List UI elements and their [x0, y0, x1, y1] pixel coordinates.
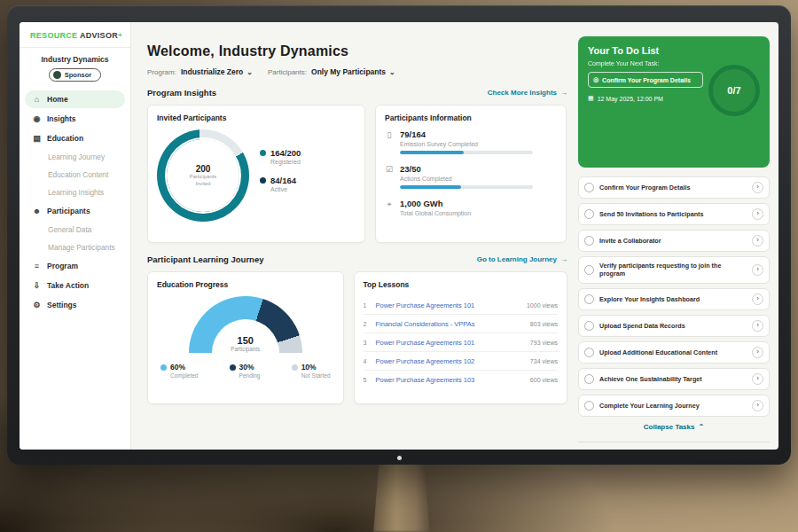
card-title: Education Progress	[157, 280, 334, 289]
sponsor-badge[interactable]: Sponsor	[49, 68, 101, 82]
lesson-rank: 2	[364, 321, 371, 327]
gauge-center-label: Participants	[189, 346, 302, 353]
divider	[578, 442, 770, 442]
app-logo: RESOURCE ADVISOR+	[20, 22, 130, 48]
checkbox-icon[interactable]	[584, 265, 594, 275]
sidebar-item-program[interactable]: ≡Program	[25, 257, 125, 275]
lesson-views: 600 views	[530, 377, 558, 383]
sidebar-item-settings[interactable]: ⚙Settings	[25, 296, 125, 314]
card-title: Participants Information	[385, 113, 557, 122]
people-icon: ☻	[32, 207, 42, 215]
lesson-link[interactable]: Financial Considerations - VPPAs	[376, 320, 525, 328]
program-select-value: Industrialize Zero	[181, 67, 243, 76]
task-label: Send 50 Invitations to Participants	[599, 210, 747, 218]
program-select[interactable]: Industrialize Zero ⌄	[181, 67, 253, 76]
lesson-link[interactable]: Power Purchase Agreements 101	[376, 301, 521, 309]
sponsor-label: Sponsor	[65, 71, 91, 79]
checkbox-icon[interactable]	[584, 348, 594, 357]
checkbox-icon[interactable]	[584, 374, 594, 384]
go-to-learning-journey-link[interactable]: Go to Learning Journey →	[477, 255, 567, 263]
chevron-up-icon: ⌃	[698, 423, 704, 431]
link-label: Go to Learning Journey	[477, 255, 557, 263]
checkbox-icon[interactable]	[584, 321, 594, 331]
todo-panel: Your To Do List Complete Your Next Task:…	[578, 22, 770, 450]
task-row[interactable]: Complete Your Learning Journey›	[578, 395, 770, 417]
stat-label: Emission Survey Completed	[400, 141, 533, 147]
page-title: Welcome, Industry Dynamics	[147, 43, 567, 59]
donut-center-value: 200	[196, 164, 211, 174]
checkbox-icon[interactable]	[584, 236, 594, 246]
participants-select[interactable]: Only My Participants ⌄	[311, 67, 395, 76]
lesson-views: 1000 views	[527, 302, 558, 309]
sidebar-item-general-data[interactable]: General Data	[25, 222, 125, 238]
checkbox-icon[interactable]	[584, 401, 594, 411]
legend-label: Active	[270, 186, 296, 192]
collapse-tasks-button[interactable]: Collapse Tasks ⌃	[638, 422, 709, 432]
home-icon: ⌂	[32, 95, 42, 104]
task-label: Invite a Collaborator	[599, 237, 747, 245]
chevron-right-icon[interactable]: ›	[752, 320, 763, 332]
lesson-row: 5 Power Purchase Agreements 103 600 view…	[364, 371, 558, 388]
task-row[interactable]: Send 50 Invitations to Participants›	[578, 203, 770, 225]
program-filter-label: Program:	[147, 68, 176, 76]
task-row[interactable]: Invite a Collaborator›	[578, 230, 770, 252]
chevron-right-icon[interactable]: ›	[752, 208, 763, 220]
checkbox-icon[interactable]	[584, 209, 594, 219]
legend-item-completed: 60% Completed	[160, 363, 198, 379]
lesson-link[interactable]: Power Purchase Agreements 103	[376, 376, 525, 384]
sidebar-item-learning-insights[interactable]: Learning Insights	[25, 184, 125, 200]
task-row[interactable]: Confirm Your Program Details›	[578, 176, 770, 199]
legend-item-pending: 30% Pending	[230, 363, 261, 379]
sidebar-item-take-action[interactable]: ⇩Take Action	[25, 277, 125, 294]
chevron-right-icon[interactable]: ›	[752, 347, 763, 358]
invited-donut-center: 200 Participants Invited	[167, 139, 239, 212]
legend-dot	[260, 177, 266, 184]
chevron-right-icon[interactable]: ›	[752, 373, 763, 385]
list-icon: ≡	[32, 262, 42, 270]
chevron-right-icon[interactable]: ›	[752, 400, 763, 411]
stat-value: 1,000 GWh	[400, 199, 471, 208]
progress-fill	[400, 185, 461, 189]
lesson-link[interactable]: Power Purchase Agreements 102	[376, 357, 525, 365]
arrow-right-icon: →	[560, 255, 567, 263]
stat-value: 23/50	[400, 164, 533, 174]
participants-select-value: Only My Participants	[311, 67, 386, 76]
task-row[interactable]: Upload Spend Data Records›	[578, 315, 770, 337]
task-row[interactable]: Achieve One Sustainability Target›	[578, 368, 770, 390]
chevron-right-icon[interactable]: ›	[752, 293, 763, 305]
task-row[interactable]: Upload Additional Educational Content›	[578, 341, 770, 364]
lesson-row: 3 Power Purchase Agreements 101 793 view…	[364, 333, 558, 352]
education-gauge-wrap: 150 Participants	[189, 296, 302, 353]
logo-text-advisor: ADVISOR	[80, 31, 118, 40]
lesson-link[interactable]: Power Purchase Agreements 101	[376, 339, 525, 347]
task-row[interactable]: Verify participants requesting to join t…	[578, 256, 770, 284]
sidebar-item-learning-journey[interactable]: Learning Journey	[25, 149, 125, 165]
card-title: Invited Participants	[157, 113, 356, 122]
sidebar-item-participants[interactable]: ☻Participants	[25, 202, 125, 220]
gauge-center: 150 Participants	[189, 335, 302, 353]
sidebar-item-manage-participants[interactable]: Manage Participants	[25, 239, 125, 255]
task-label: Verify participants requesting to join t…	[599, 262, 747, 278]
check-more-insights-link[interactable]: Check More Insights →	[488, 89, 567, 97]
lesson-row: 2 Financial Considerations - VPPAs 803 v…	[364, 315, 558, 333]
collapse-label: Collapse Tasks	[644, 423, 695, 431]
sidebar-item-education[interactable]: ▤Education	[25, 129, 125, 147]
lesson-rank: 1	[364, 302, 371, 309]
task-label: Complete Your Learning Journey	[599, 402, 747, 410]
todo-next-task-label: Confirm Your Program Details	[602, 77, 691, 83]
checkbox-icon[interactable]	[584, 294, 594, 304]
main-content: Welcome, Industry Dynamics Program: Indu…	[131, 22, 578, 450]
chevron-right-icon[interactable]: ›	[752, 264, 763, 276]
sidebar-item-insights[interactable]: ◉Insights	[25, 110, 125, 128]
chevron-right-icon[interactable]: ›	[752, 182, 763, 193]
chevron-down-icon: ⌄	[389, 68, 395, 76]
checkbox-icon[interactable]	[584, 183, 594, 192]
sidebar-item-education-content[interactable]: Education Content	[25, 167, 125, 183]
chevron-right-icon[interactable]: ›	[752, 235, 763, 246]
monitor: RESOURCE ADVISOR+ Industry Dynamics Spon…	[7, 5, 791, 465]
todo-next-task[interactable]: ◎ Confirm Your Program Details	[588, 72, 703, 88]
sidebar-nav: ⌂Home ◉Insights ▤Education Learning Jour…	[20, 89, 130, 317]
task-row[interactable]: Explore Your Insights Dashboard›	[578, 288, 770, 310]
sidebar-item-home[interactable]: ⌂Home	[25, 90, 125, 108]
lesson-views: 803 views	[530, 321, 558, 327]
